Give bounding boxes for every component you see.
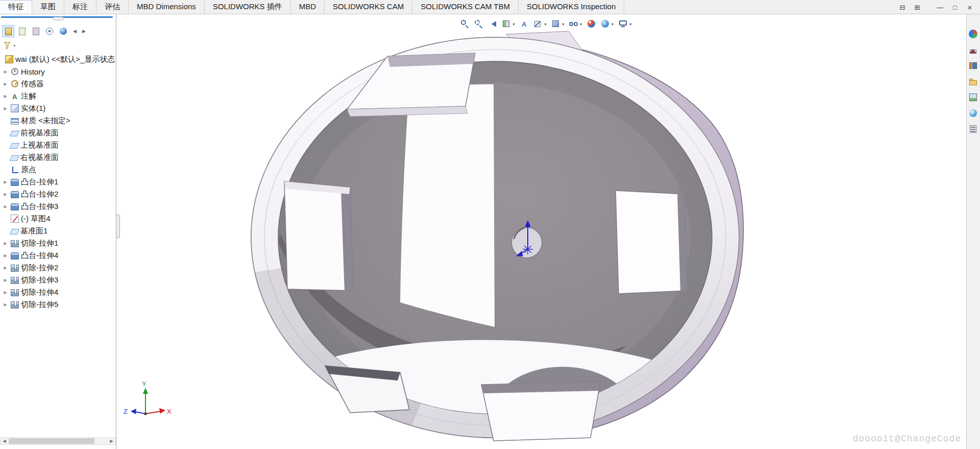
edit-appearance-icon[interactable]: [586, 18, 597, 30]
tree-item[interactable]: 右视基准面: [0, 151, 115, 163]
view-orientation-icon[interactable]: ▼: [532, 18, 548, 30]
expand-arrow[interactable]: ▶: [2, 94, 9, 99]
dropdown-caret-icon[interactable]: ▼: [512, 22, 516, 26]
design-library-icon[interactable]: [968, 60, 979, 72]
ribbon-tab-SOLIDWORKS 插件[interactable]: SOLIDWORKS 插件: [205, 0, 291, 14]
toggle-task-pane-button[interactable]: ⊟: [898, 4, 906, 11]
ribbon-tab-标注[interactable]: 标注: [64, 0, 96, 14]
ribbon-tab-SOLIDWORKS CAM[interactable]: SOLIDWORKS CAM: [325, 0, 412, 14]
model-canvas[interactable]: Y X Z: [116, 14, 966, 449]
minimize-button[interactable]: —: [936, 4, 944, 11]
appearances-scenes-icon[interactable]: [968, 108, 979, 119]
scrollbar-thumb[interactable]: [9, 438, 94, 444]
tree-item[interactable]: ▶凸台-拉伸4: [0, 249, 115, 262]
expand-arrow[interactable]: ▶: [2, 82, 9, 86]
tree-item[interactable]: ▶切除-拉伸1: [0, 237, 115, 249]
expand-arrow[interactable]: ▶: [2, 290, 9, 295]
dropdown-caret-icon[interactable]: ▼: [561, 22, 565, 26]
dimxpertmanager-tab[interactable]: [43, 25, 56, 37]
tree-item[interactable]: ▶切除-拉伸4: [0, 286, 115, 298]
tree-item[interactable]: (-) 草图4: [0, 212, 115, 225]
propertymanager-tab[interactable]: [16, 25, 28, 37]
solidworks-resources-icon[interactable]: [968, 44, 979, 56]
file-explorer-icon[interactable]: [968, 76, 979, 87]
marketplace-icon[interactable]: [968, 29, 979, 40]
model-window-top[interactable]: [347, 53, 475, 116]
model-window-bottom[interactable]: [481, 382, 600, 441]
expand-arrow[interactable]: ▶: [2, 69, 9, 74]
filter-funnel-icon[interactable]: [3, 41, 11, 50]
model-hub-hole[interactable]: [511, 227, 542, 258]
expand-arrow[interactable]: ▶: [2, 266, 9, 270]
dropdown-caret-icon[interactable]: ▼: [629, 22, 632, 26]
scroll-left-arrow[interactable]: ◀: [1, 439, 8, 443]
plane-icon: [10, 131, 19, 136]
viewport-3d[interactable]: ▼▼▼▼▼▼: [116, 14, 966, 449]
ribbon-tab-MBD Dimensions[interactable]: MBD Dimensions: [129, 0, 205, 14]
tree-item[interactable]: 原点: [0, 163, 115, 176]
apply-scene-icon[interactable]: ▼: [600, 18, 615, 30]
view-settings-icon[interactable]: ▼: [618, 18, 633, 30]
close-button[interactable]: ×: [966, 3, 974, 12]
ribbon-tab-评估[interactable]: 评估: [96, 0, 129, 14]
tree-item[interactable]: ▶传感器: [0, 78, 115, 90]
section-view-icon[interactable]: ▼: [501, 18, 516, 30]
expand-arrow[interactable]: ▶: [2, 241, 9, 246]
dropdown-caret-icon[interactable]: ▼: [611, 22, 615, 26]
expand-arrow[interactable]: ▶: [2, 278, 9, 282]
expand-arrow[interactable]: ▶: [2, 106, 9, 111]
tree-item[interactable]: 基准面1: [0, 225, 115, 237]
tree-item-label: 基准面1: [20, 226, 47, 236]
featuremanager-tab[interactable]: [2, 25, 14, 37]
panel-tab-scroll-back[interactable]: ◀: [71, 29, 79, 34]
expand-arrow[interactable]: ▶: [2, 192, 9, 197]
zoom-to-fit-icon[interactable]: [459, 18, 471, 30]
expand-arrow[interactable]: ▶: [2, 204, 9, 209]
model-window-bottom-left[interactable]: [325, 366, 409, 413]
filter-caret-icon[interactable]: ▼: [13, 44, 16, 48]
panel-collapse-handle[interactable]: [53, 17, 64, 20]
configurationmanager-tab[interactable]: [30, 25, 42, 37]
dynamic-annotation-views-icon[interactable]: [519, 18, 530, 30]
zoom-to-area-icon[interactable]: [473, 18, 484, 30]
restore-button[interactable]: □: [951, 4, 959, 11]
model-window-right[interactable]: [616, 191, 688, 294]
custom-properties-icon[interactable]: [968, 124, 979, 135]
panel-splitter-handle[interactable]: [116, 215, 120, 238]
orientation-triad[interactable]: Y X Z: [124, 380, 172, 415]
expand-arrow[interactable]: ▶: [2, 180, 9, 184]
panel-tab-scroll-forward[interactable]: ▶: [80, 29, 88, 34]
toggle-display-pane-button[interactable]: ⊞: [913, 4, 921, 11]
tree-item[interactable]: ▶切除-拉伸3: [0, 274, 115, 286]
tree-item[interactable]: ▶切除-拉伸5: [0, 298, 115, 311]
tree-item[interactable]: ▶切除-拉伸2: [0, 262, 115, 274]
tree-item[interactable]: 材质 <未指定>: [0, 114, 115, 127]
tree-item[interactable]: ▶History: [0, 65, 115, 78]
expand-arrow[interactable]: ▶: [2, 302, 9, 307]
scroll-right-arrow[interactable]: ▶: [108, 439, 115, 443]
tree-item[interactable]: 上视基准面: [0, 139, 115, 151]
tree-item[interactable]: ▶注解: [0, 90, 115, 102]
display-style-icon[interactable]: ▼: [550, 18, 566, 30]
previous-view-icon[interactable]: [487, 18, 498, 30]
tree-item[interactable]: 前视基准面: [0, 127, 115, 139]
filter-row: ▼: [3, 39, 16, 52]
ribbon-tab-SOLIDWORKS CAM TBM[interactable]: SOLIDWORKS CAM TBM: [412, 0, 519, 14]
model-window-left[interactable]: [284, 181, 353, 292]
view-palette-icon[interactable]: [968, 92, 979, 103]
tree-item[interactable]: ▶凸台-拉伸3: [0, 200, 115, 212]
ribbon-tab-SOLIDWORKS Inspection[interactable]: SOLIDWORKS Inspection: [519, 0, 624, 14]
expand-arrow[interactable]: ▶: [2, 253, 9, 258]
tree-item[interactable]: ▶凸台-拉伸1: [0, 176, 115, 188]
tree-item[interactable]: ▶实体(1): [0, 102, 115, 114]
tree-item[interactable]: ▶凸台-拉伸2: [0, 188, 115, 200]
dropdown-caret-icon[interactable]: ▼: [544, 22, 547, 26]
boss-extrude-icon: [11, 179, 19, 186]
tree-root-item[interactable]: wai (默认) <<默认>_显示状态: [0, 53, 115, 65]
displaymanager-tab[interactable]: [57, 25, 69, 37]
ribbon-tab-特征[interactable]: 特征: [0, 0, 32, 14]
hide-show-items-icon[interactable]: ▼: [568, 18, 583, 30]
dropdown-caret-icon[interactable]: ▼: [579, 22, 583, 26]
ribbon-tab-草图[interactable]: 草图: [32, 0, 64, 14]
ribbon-tab-MBD[interactable]: MBD: [291, 0, 325, 14]
